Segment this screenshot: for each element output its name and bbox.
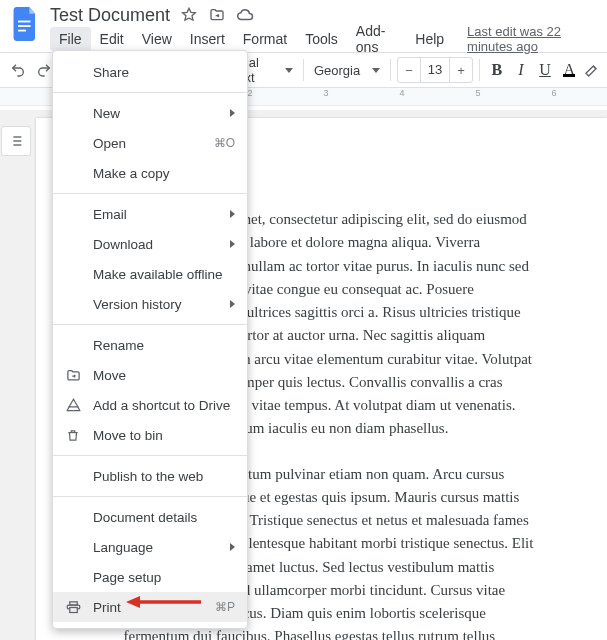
drive-shortcut-icon [65, 397, 81, 413]
chevron-right-icon [230, 210, 235, 218]
menu-label: Rename [93, 338, 144, 353]
move-folder-icon[interactable] [208, 6, 226, 24]
svg-rect-10 [69, 607, 77, 612]
last-edit-link[interactable]: Last edit was 22 minutes ago [467, 24, 601, 54]
menu-shortcut: ⌘O [214, 136, 235, 150]
cloud-status-icon[interactable] [236, 6, 254, 24]
menu-label: Print [93, 600, 121, 615]
svg-rect-0 [18, 21, 30, 23]
menu-label: Open [93, 136, 126, 151]
separator [390, 59, 391, 81]
file-menu-publish[interactable]: Publish to the web [53, 461, 247, 491]
chevron-right-icon [230, 543, 235, 551]
file-menu-new[interactable]: New [53, 98, 247, 128]
menu-file[interactable]: File [50, 27, 91, 51]
font-size-group: − 13 + [397, 57, 473, 83]
undo-button[interactable] [6, 56, 30, 84]
menu-divider [53, 496, 247, 497]
menu-divider [53, 92, 247, 93]
file-menu-open[interactable]: Open⌘O [53, 128, 247, 158]
menu-divider [53, 193, 247, 194]
file-menu-language[interactable]: Language [53, 532, 247, 562]
outline-toggle[interactable] [1, 126, 31, 156]
menubar: File Edit View Insert Format Tools Add-o… [50, 26, 601, 52]
trash-icon [65, 427, 81, 443]
file-menu-print[interactable]: Print ⌘P [53, 592, 247, 622]
file-menu-move[interactable]: Move [53, 360, 247, 390]
star-icon[interactable] [180, 6, 198, 24]
font-size-value[interactable]: 13 [420, 58, 450, 82]
menu-label: Add a shortcut to Drive [93, 398, 230, 413]
chevron-right-icon [230, 300, 235, 308]
menu-label: Language [93, 540, 153, 555]
file-menu-document-details[interactable]: Document details [53, 502, 247, 532]
menu-label: Share [93, 65, 129, 80]
bold-button[interactable]: B [486, 61, 508, 79]
chevron-down-icon [285, 68, 293, 73]
ruler-num: 5 [475, 88, 480, 98]
font-size-decrease[interactable]: − [398, 63, 420, 78]
font-select-label: Georgia [314, 63, 360, 78]
menu-label: Document details [93, 510, 197, 525]
file-menu-email[interactable]: Email [53, 199, 247, 229]
menu-divider [53, 324, 247, 325]
menu-label: Download [93, 237, 153, 252]
menu-label: Publish to the web [93, 469, 203, 484]
menu-label: Make available offline [93, 267, 223, 282]
file-menu-offline[interactable]: Make available offline [53, 259, 247, 289]
menu-label: Make a copy [93, 166, 170, 181]
docs-logo[interactable] [6, 4, 46, 44]
menu-format[interactable]: Format [234, 27, 296, 51]
menu-label: Move [93, 368, 126, 383]
svg-rect-1 [18, 25, 30, 27]
ruler-num: 3 [323, 88, 328, 98]
chevron-right-icon [230, 240, 235, 248]
file-menu-version-history[interactable]: Version history [53, 289, 247, 319]
menu-divider [53, 455, 247, 456]
file-menu-move-to-bin[interactable]: Move to bin [53, 420, 247, 450]
ruler-num: 2 [247, 88, 252, 98]
menu-addons[interactable]: Add-ons [347, 19, 406, 59]
separator [303, 59, 304, 81]
file-menu-download[interactable]: Download [53, 229, 247, 259]
svg-rect-2 [18, 30, 26, 32]
folder-move-icon [65, 367, 81, 383]
menu-edit[interactable]: Edit [91, 27, 133, 51]
file-menu-rename[interactable]: Rename [53, 330, 247, 360]
menu-help[interactable]: Help [406, 27, 453, 51]
print-icon [65, 599, 81, 615]
doc-title[interactable]: Test Document [50, 5, 170, 26]
font-select[interactable]: Georgia [310, 59, 384, 82]
ruler-num: 6 [551, 88, 556, 98]
menu-view[interactable]: View [133, 27, 181, 51]
file-menu-page-setup[interactable]: Page setup [53, 562, 247, 592]
chevron-down-icon [372, 68, 380, 73]
menu-label: Page setup [93, 570, 161, 585]
file-menu-make-copy[interactable]: Make a copy [53, 158, 247, 188]
menu-insert[interactable]: Insert [181, 27, 234, 51]
text-color-button[interactable]: A [558, 61, 580, 79]
file-menu-share[interactable]: Share [53, 57, 247, 87]
menu-label: Move to bin [93, 428, 163, 443]
separator [479, 59, 480, 81]
underline-button[interactable]: U [534, 61, 556, 79]
menu-label: Email [93, 207, 127, 222]
menu-tools[interactable]: Tools [296, 27, 347, 51]
menu-label: New [93, 106, 120, 121]
highlight-button[interactable] [582, 59, 601, 81]
ruler-num: 4 [399, 88, 404, 98]
italic-button[interactable]: I [510, 61, 532, 79]
menu-shortcut: ⌘P [215, 600, 235, 614]
font-size-increase[interactable]: + [450, 63, 472, 78]
file-menu: Share New Open⌘O Make a copy Email Downl… [52, 50, 248, 629]
file-menu-add-shortcut[interactable]: Add a shortcut to Drive [53, 390, 247, 420]
menu-label: Version history [93, 297, 182, 312]
chevron-right-icon [230, 109, 235, 117]
